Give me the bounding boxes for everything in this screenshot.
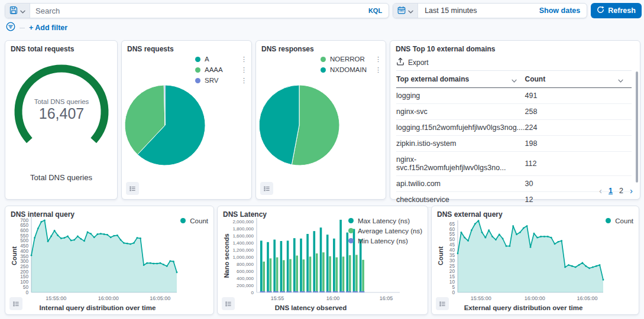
legend-toggle-button[interactable] — [222, 297, 235, 310]
time-range-label[interactable]: Last 15 minutes — [418, 6, 533, 15]
dns-total-gauge: Total DNS queries16,407 — [5, 53, 118, 171]
pagination-page-2[interactable]: 2 — [619, 187, 623, 195]
legend-color-dot — [348, 218, 354, 223]
sort-chevron-icon[interactable] — [618, 76, 623, 84]
svg-text:400,000: 400,000 — [237, 276, 254, 281]
legend-item[interactable]: AAAA⋮ — [195, 64, 247, 75]
pagination-page-1[interactable]: 1 — [609, 187, 613, 195]
legend-actions-icon[interactable]: ⋮ — [375, 57, 381, 62]
domains-table: Top external domainsCount logging491ngin… — [396, 70, 632, 208]
query-bar: KQL — [5, 3, 389, 18]
legend-toggle-button[interactable] — [126, 182, 139, 195]
refresh-button[interactable]: Refresh — [591, 3, 642, 18]
legend-actions-icon[interactable]: ⋮ — [241, 67, 247, 73]
legend-actions-icon[interactable]: ⋮ — [375, 67, 381, 73]
add-filter-button[interactable]: + Add filter — [29, 24, 67, 32]
table-cell[interactable]: zipkin.istio-system — [396, 136, 525, 152]
table-cell[interactable]: 258 — [525, 104, 632, 120]
legend-item[interactable]: Max Latency (ns) — [348, 216, 422, 226]
table-row[interactable]: logging491 — [396, 88, 632, 104]
svg-text:15:55:00: 15:55:00 — [46, 295, 66, 301]
legend-item[interactable]: Count — [606, 216, 633, 226]
pagination-next[interactable]: › — [630, 185, 633, 196]
legend-label: Min Latency (ns) — [358, 237, 422, 245]
table-cell[interactable]: api.twilio.com — [396, 176, 525, 192]
table-cell[interactable]: 198 — [525, 136, 632, 152]
table-header: Top external domainsCount — [396, 71, 632, 88]
legend-label: Average Latency (ns) — [358, 227, 422, 235]
chart-legend: Count — [606, 216, 633, 226]
saved-query-menu-button[interactable] — [5, 4, 30, 18]
legend-color-dot — [348, 238, 354, 243]
panel-dns-requests: DNS requests A⋮AAAA⋮SRV⋮ — [121, 40, 252, 200]
x-axis-title: DNS latency observed — [218, 304, 404, 311]
svg-text:150: 150 — [20, 274, 28, 279]
panel-dns-top-external-domains: DNS Top 10 external domains Export Top e… — [390, 40, 640, 200]
filter-icon[interactable] — [6, 22, 15, 34]
table-cell[interactable]: logging — [396, 88, 525, 104]
table-row[interactable]: nginx-svc.f15n2womfujehfjlwv0lgs3no...11… — [396, 152, 632, 176]
panel-title: DNS Top 10 external domains — [396, 45, 496, 53]
legend-item[interactable]: Count — [180, 216, 208, 226]
pie-legend: A⋮AAAA⋮SRV⋮ — [195, 54, 247, 86]
table-cell[interactable]: logging.f15n2womfujehfjlwv0lgs3nog.... — [396, 120, 525, 136]
table-row[interactable]: logging.f15n2womfujehfjlwv0lgs3nog....22… — [396, 120, 632, 136]
svg-text:650: 650 — [20, 222, 28, 228]
legend-item[interactable]: A⋮ — [195, 54, 247, 64]
svg-text:30: 30 — [449, 258, 455, 263]
svg-text:50: 50 — [23, 284, 29, 290]
table-row[interactable]: zipkin.istio-system198 — [396, 136, 632, 152]
svg-text:10: 10 — [449, 279, 455, 285]
table-row[interactable]: nginx-svc258 — [396, 104, 632, 120]
table-cell[interactable]: 491 — [525, 88, 632, 104]
table-cell[interactable]: 224 — [525, 120, 632, 136]
date-quick-select-button[interactable] — [393, 4, 418, 18]
svg-text:65: 65 — [449, 221, 455, 227]
table-cell[interactable]: nginx-svc — [396, 104, 525, 120]
table-cell[interactable]: 112 — [525, 152, 632, 176]
query-bar-row: KQL Last 15 minutes Show dates Refresh — [5, 3, 642, 18]
svg-text:1,600,000: 1,600,000 — [232, 233, 254, 239]
legend-toggle-button[interactable] — [436, 297, 449, 310]
table-row[interactable]: api.twilio.com30 — [396, 176, 632, 192]
svg-text:600,000: 600,000 — [237, 269, 254, 274]
svg-text:1,000,000: 1,000,000 — [232, 255, 254, 260]
panel-dns-total-requests: DNS total requests Total DNS queries16,4… — [5, 40, 118, 200]
legend-toggle-button[interactable] — [9, 297, 22, 310]
query-language-badge[interactable]: KQL — [362, 7, 389, 14]
legend-label: Max Latency (ns) — [358, 217, 422, 224]
search-input[interactable] — [30, 6, 362, 15]
legend-item[interactable]: NXDOMAIN⋮ — [321, 64, 381, 75]
sort-chevron-icon[interactable] — [512, 76, 517, 84]
table-cell[interactable]: nginx-svc.f15n2womfujehfjlwv0lgs3no... — [396, 152, 525, 176]
save-icon — [9, 6, 18, 16]
svg-text:550: 550 — [20, 233, 28, 239]
column-header[interactable]: Count — [525, 71, 632, 88]
svg-text:20: 20 — [449, 268, 455, 274]
legend-color-dot — [195, 57, 200, 62]
legend-item[interactable]: Min Latency (ns) — [348, 236, 422, 246]
show-dates-button[interactable]: Show dates — [533, 6, 587, 15]
pagination-prev[interactable]: ‹ — [599, 185, 602, 196]
legend-label: SRV — [205, 77, 232, 84]
internal-query-area-chart: 0501001502002503003504004505005506006507… — [9, 214, 210, 311]
pie-legend: NOERROR⋮NXDOMAIN⋮ — [321, 54, 381, 75]
legend-label: Count — [190, 217, 208, 224]
legend-label: NXDOMAIN — [330, 66, 367, 73]
dns-requests-pie — [123, 83, 207, 167]
legend-color-dot — [180, 218, 186, 223]
svg-text:700: 700 — [20, 217, 28, 223]
export-button[interactable]: Export — [396, 57, 429, 67]
legend-item[interactable]: NOERROR⋮ — [321, 54, 381, 64]
table-scrollbar[interactable] — [636, 71, 638, 183]
legend-toggle-button[interactable] — [260, 182, 273, 195]
dashboard-row-1: DNS total requests Total DNS queries16,4… — [5, 40, 640, 200]
legend-label: Count — [615, 217, 633, 224]
legend-actions-icon[interactable]: ⋮ — [241, 57, 247, 62]
legend-item[interactable]: Average Latency (ns) — [348, 226, 422, 236]
gauge-bottom-label: Total DNS queries — [5, 173, 117, 182]
column-header[interactable]: Top external domains — [396, 71, 525, 88]
svg-text:25: 25 — [449, 263, 455, 269]
legend-actions-icon[interactable]: ⋮ — [241, 78, 247, 83]
panel-dns-responses: DNS responses NOERROR⋮NXDOMAIN⋮ — [255, 40, 386, 200]
